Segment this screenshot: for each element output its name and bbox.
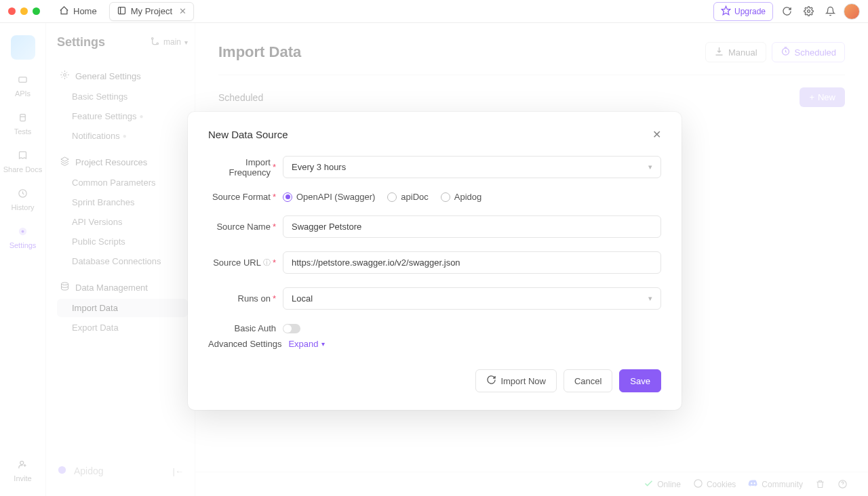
- upgrade-label: Upgrade: [734, 7, 766, 16]
- advanced-settings-label: Advanced Settings: [208, 339, 281, 349]
- import-frequency-select[interactable]: Every 3 hours ▾: [283, 156, 661, 178]
- runs-on-select[interactable]: Local ▾: [283, 287, 661, 310]
- home-label: Home: [73, 6, 97, 16]
- label-runs-on: Runs on*: [208, 293, 276, 304]
- bell-icon[interactable]: [822, 3, 838, 20]
- basic-auth-toggle[interactable]: [283, 324, 300, 333]
- expand-label: Expand: [288, 339, 318, 349]
- refresh-icon[interactable]: [778, 3, 795, 20]
- refresh-icon: [486, 375, 496, 387]
- home-tab[interactable]: Home: [52, 3, 104, 20]
- button-label: Cancel: [574, 376, 601, 386]
- expand-link[interactable]: Expand ▾: [288, 339, 324, 349]
- source-url-input[interactable]: [283, 251, 661, 274]
- titlebar: Home My Project ✕ Upgrade: [0, 0, 868, 23]
- button-label: Save: [630, 376, 650, 386]
- gear-icon[interactable]: [800, 3, 816, 20]
- svg-point-1: [807, 10, 810, 13]
- svg-rect-0: [118, 7, 125, 14]
- minimize-window[interactable]: [20, 7, 28, 15]
- project-icon: [117, 5, 127, 18]
- new-data-source-modal: New Data Source ✕ Import Frequency* Ever…: [188, 112, 682, 410]
- project-tab[interactable]: My Project ✕: [109, 2, 194, 21]
- modal-title: New Data Source: [208, 129, 288, 140]
- info-icon[interactable]: ⓘ: [263, 257, 271, 268]
- user-avatar[interactable]: [844, 3, 860, 20]
- close-tab-icon[interactable]: ✕: [179, 6, 186, 16]
- import-now-button[interactable]: Import Now: [475, 369, 556, 392]
- label-source-format: Source Format*: [208, 192, 276, 202]
- label-source-url: Source URL ⓘ *: [208, 257, 276, 268]
- source-name-input[interactable]: [283, 215, 661, 238]
- maximize-window[interactable]: [33, 7, 40, 15]
- save-button[interactable]: Save: [619, 369, 661, 392]
- chevron-down-icon: ▾: [321, 340, 325, 348]
- chevron-down-icon: ▾: [648, 163, 652, 171]
- button-label: Import Now: [500, 376, 545, 386]
- radio-apidog[interactable]: Apidog: [441, 192, 481, 202]
- project-tab-label: My Project: [131, 6, 172, 16]
- close-icon[interactable]: ✕: [652, 128, 661, 141]
- chevron-down-icon: ▾: [648, 294, 652, 303]
- window-controls: [8, 7, 40, 15]
- radio-apidoc[interactable]: apiDoc: [387, 192, 428, 202]
- radio-openapi[interactable]: OpenAPI (Swagger): [283, 192, 375, 202]
- radio-label: Apidog: [454, 192, 481, 202]
- select-value: Every 3 hours: [292, 162, 346, 172]
- rocket-icon: [721, 5, 731, 18]
- label-source-name: Source Name*: [208, 222, 276, 232]
- label-basic-auth: Basic Auth: [208, 323, 276, 333]
- select-value: Local: [292, 293, 313, 304]
- radio-label: OpenAPI (Swagger): [296, 192, 375, 202]
- cancel-button[interactable]: Cancel: [564, 369, 612, 392]
- home-icon: [59, 5, 69, 18]
- close-window[interactable]: [8, 7, 16, 15]
- radio-input: [283, 192, 292, 202]
- label-import-frequency: Import Frequency*: [208, 157, 276, 178]
- radio-input: [441, 192, 450, 202]
- upgrade-button[interactable]: Upgrade: [713, 2, 773, 21]
- radio-label: apiDoc: [401, 192, 428, 202]
- radio-input: [387, 192, 397, 202]
